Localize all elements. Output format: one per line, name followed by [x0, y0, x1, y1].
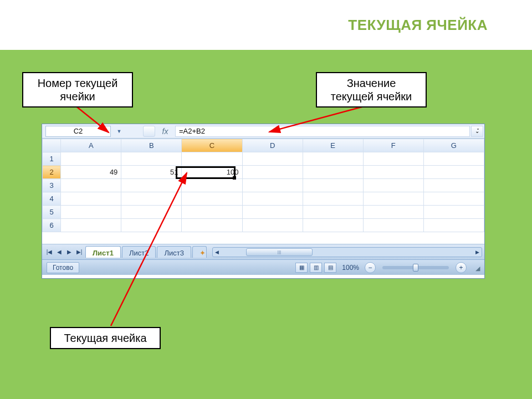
cell-C2[interactable]: 100 [182, 166, 242, 179]
sheet-tabs-bar: |◀ ◀ ▶ ▶| Лист1 Лист2 Лист3 ✦ ◀ ||| ▶ [42, 244, 484, 259]
cell[interactable] [423, 152, 484, 166]
cell[interactable] [242, 166, 303, 179]
cancel-entry-button[interactable] [143, 126, 155, 137]
cell[interactable] [121, 206, 182, 219]
spreadsheet-grid[interactable]: A B C D E F G 1 2 49 51 100 3 4 5 6 [42, 139, 484, 244]
zoom-slider[interactable] [382, 266, 449, 269]
tab-nav-last-icon[interactable]: ▶| [74, 247, 84, 257]
new-sheet-tab-icon[interactable]: ✦ [192, 246, 207, 258]
cell[interactable] [303, 206, 363, 219]
cell[interactable] [423, 219, 484, 232]
name-box[interactable]: C2 [45, 126, 111, 137]
formula-value: =A2+B2 [179, 127, 205, 135]
tab-nav-first-icon[interactable]: |◀ [44, 247, 54, 257]
sheet-tab-2[interactable]: Лист2 [122, 246, 156, 258]
sheet-table: A B C D E F G 1 2 49 51 100 3 4 5 6 [42, 139, 484, 232]
cell[interactable] [61, 206, 121, 219]
cell[interactable] [182, 192, 242, 206]
tab-nav-prev-icon[interactable]: ◀ [54, 247, 64, 257]
cell[interactable] [423, 166, 484, 179]
row-header-1[interactable]: 1 [43, 152, 61, 166]
cell[interactable] [363, 192, 423, 206]
row-header-3[interactable]: 3 [43, 179, 61, 192]
cell[interactable] [363, 219, 423, 232]
view-page-break-icon[interactable]: ▤ [324, 263, 336, 273]
cell[interactable] [423, 179, 484, 192]
sheet-tab-1[interactable]: Лист1 [85, 246, 121, 258]
window-resizer-icon[interactable]: ◢ [471, 263, 480, 272]
cell[interactable] [182, 152, 242, 166]
status-ready: Готово [47, 262, 79, 273]
view-normal-icon[interactable]: ▦ [295, 263, 308, 273]
name-box-value: C2 [74, 127, 83, 135]
cell[interactable] [363, 166, 423, 179]
horizontal-scrollbar[interactable]: ◀ ||| ▶ [212, 247, 482, 257]
col-header-E[interactable]: E [303, 139, 363, 152]
cell[interactable] [423, 192, 484, 206]
cell[interactable] [423, 206, 484, 219]
callout-cell-reference: Номер текущейячейки [22, 72, 133, 108]
view-page-layout-icon[interactable]: ▥ [310, 263, 322, 273]
col-header-B[interactable]: B [121, 139, 182, 152]
cell[interactable] [61, 179, 121, 192]
callout-text: Номер текущейячейки [38, 77, 118, 103]
callout-text: Текущая ячейка [64, 332, 146, 344]
cell[interactable] [242, 219, 303, 232]
cell-B2[interactable]: 51 [121, 166, 182, 179]
scroll-thumb[interactable]: ||| [246, 248, 313, 256]
row-header-5[interactable]: 5 [43, 206, 61, 219]
col-header-F[interactable]: F [363, 139, 423, 152]
select-all-corner[interactable] [43, 139, 61, 152]
row-header-2[interactable]: 2 [43, 166, 61, 179]
zoom-out-button[interactable]: − [365, 262, 376, 273]
scroll-left-icon[interactable]: ◀ [213, 248, 222, 257]
col-header-G[interactable]: G [423, 139, 484, 152]
zoom-knob[interactable] [413, 264, 418, 272]
callout-text: Значениетекущей ячейки [331, 77, 412, 103]
col-header-D[interactable]: D [242, 139, 303, 152]
expand-formula-bar-icon[interactable]: ⌄̌ [471, 126, 483, 137]
cell[interactable] [363, 152, 423, 166]
cell[interactable] [363, 206, 423, 219]
name-box-dropdown-icon[interactable]: ▼ [114, 128, 124, 135]
page-title: ТЕКУЩАЯ ЯЧЕЙКА [348, 17, 488, 34]
formula-bar: C2 ▼ fx =A2+B2 ⌄̌ [42, 124, 484, 139]
cell[interactable] [61, 152, 121, 166]
row-header-6[interactable]: 6 [43, 219, 61, 232]
status-bar: Готово ▦ ▥ ▤ 100% − + ◢ [42, 259, 484, 275]
cell[interactable] [121, 219, 182, 232]
cell[interactable] [121, 152, 182, 166]
zoom-in-button[interactable]: + [456, 262, 467, 273]
callout-current-cell: Текущая ячейка [50, 327, 161, 349]
excel-panel: C2 ▼ fx =A2+B2 ⌄̌ A B C D E F G 1 2 49 [42, 124, 485, 279]
cell[interactable] [121, 192, 182, 206]
cell[interactable] [121, 179, 182, 192]
scroll-right-icon[interactable]: ▶ [473, 248, 482, 257]
cell[interactable] [242, 192, 303, 206]
col-header-C[interactable]: C [182, 139, 242, 152]
zoom-level[interactable]: 100% [342, 264, 359, 272]
cell[interactable] [61, 219, 121, 232]
cell[interactable] [303, 152, 363, 166]
sheet-tab-3[interactable]: Лист3 [157, 246, 191, 258]
cell[interactable] [303, 166, 363, 179]
fx-icon[interactable]: fx [155, 127, 175, 136]
cell-A2[interactable]: 49 [61, 166, 121, 179]
cell[interactable] [363, 179, 423, 192]
callout-cell-value: Значениетекущей ячейки [316, 72, 427, 108]
cell[interactable] [61, 192, 121, 206]
title-area: ТЕКУЩАЯ ЯЧЕЙКА [0, 0, 532, 50]
col-header-A[interactable]: A [61, 139, 121, 152]
formula-input[interactable]: =A2+B2 [175, 126, 470, 137]
cell[interactable] [303, 219, 363, 232]
cell[interactable] [242, 152, 303, 166]
cell[interactable] [242, 206, 303, 219]
cell[interactable] [242, 179, 303, 192]
tab-nav-next-icon[interactable]: ▶ [64, 247, 74, 257]
cell[interactable] [303, 192, 363, 206]
cell[interactable] [303, 179, 363, 192]
cell[interactable] [182, 206, 242, 219]
row-header-4[interactable]: 4 [43, 192, 61, 206]
cell[interactable] [182, 219, 242, 232]
cell[interactable] [182, 179, 242, 192]
